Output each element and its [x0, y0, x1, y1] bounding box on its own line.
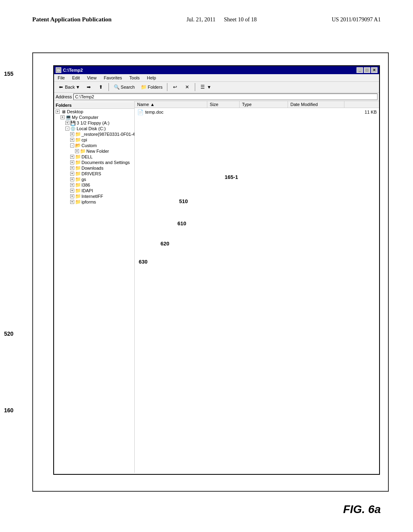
address-input[interactable] [73, 94, 378, 100]
menu-bar: File Edit View Favorites Tools Help [54, 74, 379, 82]
window-icon: 🗂 [56, 67, 61, 73]
docsettings-icon: 📁 [75, 160, 81, 165]
forward-button[interactable]: ➡ [83, 83, 94, 91]
toolbar: ⬅ Back ▼ ➡ ⬆ 🔍 Search 📁 Folders ↩ [54, 82, 379, 93]
tree-item-dell[interactable]: + 📁 DELL [54, 154, 134, 160]
col-modified[interactable]: Date Modified [288, 101, 344, 108]
file-item-tempdoc[interactable]: 📄 temp.doc 11 KB [135, 108, 379, 116]
folders-button[interactable]: 📁 Folders [138, 83, 165, 91]
content-area: Folders + 🖥 Desktop + 💻 My Computer + 💾 … [54, 101, 379, 473]
tree-item-custom[interactable]: - 📂 Custom [54, 143, 134, 148]
patent-number: US 2011/0179097 A1 [332, 17, 381, 23]
address-label: Address [56, 94, 72, 99]
maximize-button[interactable]: □ [364, 67, 370, 73]
menu-help[interactable]: Help [146, 75, 157, 81]
expand-i386: + [70, 183, 74, 187]
i386-label: I386 [81, 183, 90, 187]
folders-icon: 📁 [140, 84, 147, 90]
tree-item-internetiff[interactable]: + 📁 InternetIFF [54, 193, 134, 199]
localdisk-icon: 💿 [70, 127, 76, 131]
col-type[interactable]: Type [240, 101, 288, 108]
ipforms-icon: 📁 [75, 200, 81, 204]
title-bar: 🗂 C:\Temp2 _ □ ✕ [54, 66, 379, 74]
tree-item-localdisk[interactable]: - 💿 Local Disk (C:) [54, 126, 134, 131]
col-size[interactable]: Size [207, 101, 240, 108]
back-button[interactable]: ⬅ Back ▼ [56, 83, 82, 91]
col-name[interactable]: Name ▲ [135, 101, 207, 108]
views-button[interactable]: ☰ ▼ [198, 83, 213, 91]
tree-item-gs[interactable]: + 📁 gs [54, 177, 134, 182]
label-155: 155 [4, 71, 13, 77]
left-pane: Folders + 🖥 Desktop + 💻 My Computer + 💾 … [54, 101, 135, 473]
expand-dell: + [70, 155, 74, 159]
title-bar-left: 🗂 C:\Temp2 [56, 67, 83, 73]
desktop-icon: 🖥 [60, 110, 66, 114]
custom-icon: 📂 [75, 143, 81, 148]
expand-idapi: + [70, 189, 74, 193]
views-icon: ☰ [200, 84, 206, 90]
delete-button[interactable]: ✕ [182, 83, 192, 91]
explorer-window: 🗂 C:\Temp2 _ □ ✕ File Edit View Favorite… [53, 65, 380, 475]
ipforms-label: ipforms [81, 200, 96, 204]
file-size: 11 KB [344, 110, 377, 114]
views-dropdown-icon: ▼ [207, 85, 211, 89]
search-button[interactable]: 🔍 Search [111, 83, 137, 91]
downloads-icon: 📁 [75, 166, 81, 170]
up-button[interactable]: ⬆ [96, 83, 106, 91]
cpi-label: cpi [81, 137, 87, 142]
window-title: C:\Temp2 [63, 68, 83, 73]
expand-downloads: + [70, 166, 74, 170]
label-620-inner: 620 [161, 241, 169, 247]
tree-item-idapi[interactable]: + 📁 IDAPI [54, 188, 134, 193]
gs-icon: 📁 [75, 177, 81, 182]
minimize-button[interactable]: _ [357, 67, 363, 73]
expand-drivers: + [70, 172, 74, 176]
back-icon: ⬅ [58, 84, 64, 90]
tree-item-desktop[interactable]: + 🖥 Desktop [54, 109, 134, 114]
tree-item-downloads[interactable]: + 📁 Downloads [54, 165, 134, 171]
expand-ipforms: + [70, 200, 74, 204]
desktop-label: Desktop [67, 109, 83, 114]
tree-item-docsettings[interactable]: + 📁 Documents and Settings [54, 160, 134, 165]
tree-item-i386[interactable]: + 📁 I386 [54, 182, 134, 188]
menu-favorites[interactable]: Favorites [102, 75, 123, 81]
docsettings-label: Documents and Settings [81, 160, 130, 165]
tree-item-cpi[interactable]: + 📁 cpi [54, 137, 134, 143]
undo-button[interactable]: ↩ [170, 83, 180, 91]
tree-item-ipforms[interactable]: + 📁 ipforms [54, 199, 134, 205]
expand-restore: + [70, 132, 74, 136]
restore-label: _restore{987E0331-0F01-427C-A5BA-7A2E4AA… [81, 132, 135, 137]
expand-localdisk: - [65, 127, 69, 131]
menu-view[interactable]: View [86, 75, 98, 81]
restore-icon: 📁 [75, 132, 81, 137]
delete-icon: ✕ [184, 84, 190, 90]
i386-icon: 📁 [75, 183, 81, 187]
internetiff-label: InternetIFF [81, 194, 103, 199]
floppy-icon: 💾 [70, 121, 76, 125]
tree-item-restore[interactable]: + 📁 _restore{987E0331-0F01-427C-A5BA-7A2… [54, 131, 134, 137]
label-165-inner: 165-1 [225, 174, 238, 180]
right-pane: Name ▲ Size Type Date Modified 📄 temp.do… [135, 101, 379, 473]
label-630-inner: 630 [139, 259, 148, 265]
drivers-label: DRIVERS [81, 171, 101, 176]
expand-gs: + [70, 177, 74, 181]
label-610-inner: 610 [177, 220, 186, 227]
undo-icon: ↩ [172, 84, 178, 90]
dell-label: DELL [81, 154, 93, 159]
menu-tools[interactable]: Tools [128, 75, 141, 81]
tree-item-drivers[interactable]: + 📁 DRIVERS [54, 171, 134, 177]
idapi-label: IDAPI [81, 188, 93, 193]
expand-newfolder: + [75, 149, 79, 153]
floppy-label: 3 1/2 Floppy (A:) [77, 121, 109, 125]
forward-icon: ➡ [86, 84, 92, 90]
file-name: temp.doc [145, 110, 344, 114]
menu-file[interactable]: File [56, 75, 66, 81]
tree-item-floppy[interactable]: + 💾 3 1/2 Floppy (A:) [54, 120, 134, 126]
close-button[interactable]: ✕ [371, 67, 378, 73]
menu-edit[interactable]: Edit [71, 75, 81, 81]
tree-item-newfolder[interactable]: + 📁 New Folder [54, 148, 134, 154]
search-icon: 🔍 [113, 84, 120, 90]
label-510-inner: 510 [179, 198, 188, 204]
pane-header: Folders [54, 102, 134, 109]
tree-item-mycomputer[interactable]: + 💻 My Computer [54, 114, 134, 120]
